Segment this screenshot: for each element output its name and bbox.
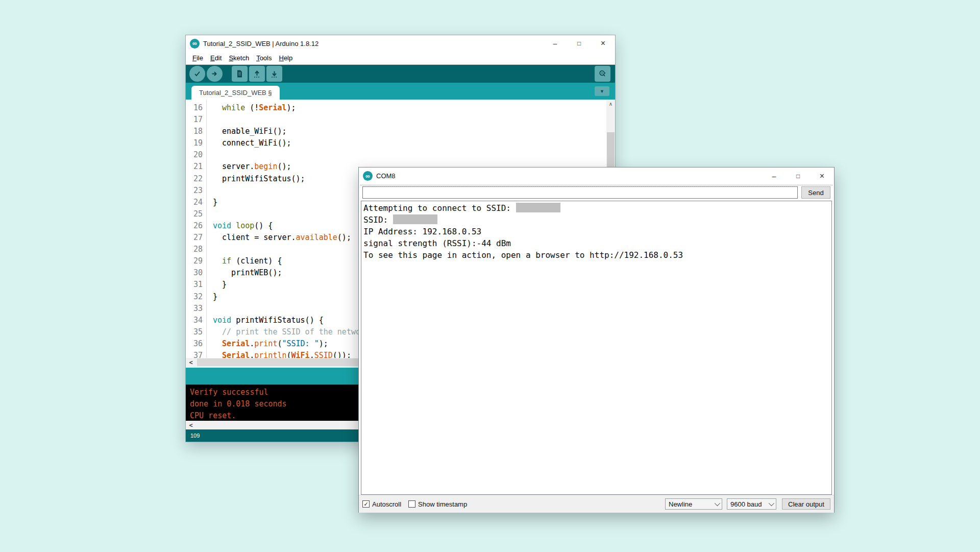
document-icon <box>235 69 244 78</box>
new-sketch-button[interactable] <box>232 66 248 82</box>
menu-help[interactable]: Help <box>276 53 296 63</box>
ide-toolbar <box>186 65 615 83</box>
menu-file[interactable]: File <box>189 53 206 63</box>
clear-output-button[interactable]: Clear output <box>782 498 830 510</box>
arduino-logo-icon: ∞ <box>363 171 373 181</box>
baud-rate-select[interactable]: 9600 baud <box>727 498 776 510</box>
line-number: 27 <box>186 232 203 244</box>
serial-output-line: signal strength (RSSI):-44 dBm <box>363 237 829 249</box>
arrow-right-icon <box>210 69 219 78</box>
line-number: 34 <box>186 315 203 326</box>
scroll-left-icon[interactable]: < <box>186 422 196 429</box>
serial-monitor-button[interactable] <box>595 66 610 82</box>
serial-window-controls: – □ × <box>762 167 834 184</box>
serial-body: Send Attempting to connect to SSID: SSID… <box>359 184 834 513</box>
menu-bar: FileEditSketchToolsHelp <box>186 52 615 65</box>
serial-send-row: Send <box>362 186 830 199</box>
line-number: 26 <box>186 220 203 232</box>
arduino-logo-icon: ∞ <box>190 39 200 49</box>
line-number: 32 <box>186 291 203 303</box>
line-number: 37 <box>186 350 203 358</box>
line-number: 35 <box>186 326 203 338</box>
upload-button[interactable] <box>207 66 223 82</box>
arrow-down-icon <box>270 69 279 78</box>
focus-outline <box>360 185 832 185</box>
scrollbar-thumb[interactable] <box>607 132 615 171</box>
serial-output-line: Attempting to connect to SSID: <box>363 202 829 214</box>
redacted-ssid <box>516 203 560 212</box>
line-numbers: 1617181920212223242526272829303132333435… <box>186 100 207 358</box>
ide-titlebar[interactable]: ∞ Tutorial_2_SSID_WEB | Arduino 1.8.12 –… <box>186 35 615 52</box>
line-number: 28 <box>186 244 203 255</box>
line-number: 30 <box>186 267 203 279</box>
redacted-ssid <box>393 214 437 224</box>
desktop: { "icons": { "infinity": "∞", "minimize"… <box>0 0 980 552</box>
show-timestamp-checkbox[interactable] <box>408 500 415 508</box>
line-number: 25 <box>186 208 203 220</box>
line-number: 29 <box>186 255 203 267</box>
chevron-down-icon <box>769 500 774 506</box>
line-number: 16 <box>186 102 203 114</box>
minimize-icon[interactable]: – <box>543 35 567 52</box>
magnifier-icon <box>598 69 607 78</box>
line-number: 19 <box>186 137 203 149</box>
line-number: 33 <box>186 303 203 315</box>
code-line: enable_WiFi(); <box>213 126 615 137</box>
maximize-icon[interactable]: □ <box>567 35 591 52</box>
serial-output[interactable]: Attempting to connect to SSID: SSID: IP … <box>361 201 832 495</box>
serial-bottom-bar: ✓ Autoscroll Show timestamp Newline 9600… <box>359 495 834 513</box>
serial-output-line: IP Address: 192.168.0.53 <box>363 226 829 237</box>
menu-edit[interactable]: Edit <box>207 53 225 63</box>
serial-monitor-window: ∞ COM8 – □ × Send Attempting to connect … <box>358 167 835 513</box>
line-number: 21 <box>186 161 203 173</box>
serial-output-line: SSID: <box>363 214 829 226</box>
serial-titlebar[interactable]: ∞ COM8 – □ × <box>359 167 834 184</box>
tab-list-dropdown-button[interactable]: ▼ <box>595 86 609 96</box>
maximize-icon[interactable]: □ <box>786 167 810 184</box>
serial-input[interactable] <box>362 186 798 199</box>
check-icon <box>193 69 202 78</box>
menu-sketch[interactable]: Sketch <box>226 53 252 63</box>
autoscroll-checkbox[interactable]: ✓ <box>362 500 370 508</box>
arrow-up-icon <box>253 69 261 78</box>
menu-tools[interactable]: Tools <box>253 53 275 63</box>
close-icon[interactable]: × <box>591 35 615 52</box>
code-line <box>213 149 615 161</box>
code-line <box>213 114 615 126</box>
chevron-down-icon <box>715 500 720 506</box>
show-timestamp-label: Show timestamp <box>418 500 467 508</box>
tab-tutorial-2-ssid-web[interactable]: Tutorial_2_SSID_WEB § <box>191 86 280 100</box>
autoscroll-label: Autoscroll <box>372 500 401 508</box>
line-number: 18 <box>186 126 203 137</box>
line-ending-select[interactable]: Newline <box>665 498 722 510</box>
ide-window-title: Tutorial_2_SSID_WEB | Arduino 1.8.12 <box>203 40 318 47</box>
close-icon[interactable]: × <box>810 167 834 184</box>
code-line: while (!Serial); <box>213 102 615 114</box>
minimize-icon[interactable]: – <box>762 167 786 184</box>
code-line: connect_WiFi(); <box>213 137 615 149</box>
line-number: 23 <box>186 185 203 197</box>
cursor-line-indicator: 109 <box>190 433 200 439</box>
send-button[interactable]: Send <box>801 186 830 199</box>
tab-bar: Tutorial_2_SSID_WEB § ▼ <box>186 83 615 100</box>
ide-window-controls: – □ × <box>543 35 615 52</box>
serial-output-line: To see this page in action, open a brows… <box>363 249 829 261</box>
line-number: 17 <box>186 114 203 126</box>
line-number: 31 <box>186 279 203 291</box>
line-number: 36 <box>186 338 203 350</box>
save-sketch-button[interactable] <box>266 66 282 82</box>
open-sketch-button[interactable] <box>249 66 265 82</box>
line-number: 22 <box>186 173 203 185</box>
baud-rate-value: 9600 baud <box>730 500 762 508</box>
scroll-up-icon[interactable]: ∧ <box>606 100 615 108</box>
scroll-left-icon[interactable]: < <box>186 359 196 366</box>
verify-button[interactable] <box>189 66 205 82</box>
line-ending-value: Newline <box>669 500 692 508</box>
line-number: 20 <box>186 149 203 161</box>
serial-window-title: COM8 <box>376 172 396 180</box>
line-number: 24 <box>186 197 203 208</box>
